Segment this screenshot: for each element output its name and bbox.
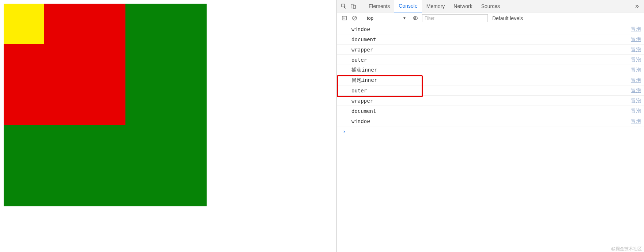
toggle-sidebar-icon[interactable] [340, 15, 348, 22]
log-source-link[interactable]: 冒泡 [631, 26, 641, 33]
page-content [0, 0, 336, 252]
log-text: outer [351, 57, 367, 63]
log-source-link[interactable]: 冒泡 [631, 36, 641, 43]
svg-point-7 [415, 18, 416, 19]
console-toolbar: top ▼ Default levels [337, 12, 644, 24]
watermark: @掘金技术社区 [611, 246, 642, 252]
console-messages[interactable]: window 冒泡 document 冒泡 wrapper 冒泡 outer 冒… [337, 24, 644, 252]
log-text: 冒泡inner [351, 77, 377, 84]
middle-box[interactable] [4, 4, 125, 125]
console-log-row[interactable]: 捕获inner 冒泡 [337, 65, 644, 75]
log-text: document [351, 37, 376, 42]
devtools-tabbar: Elements Console Memory Network Sources … [337, 0, 644, 12]
log-source-link[interactable]: 冒泡 [631, 46, 641, 53]
svg-rect-2 [353, 5, 355, 8]
log-text: wrapper [351, 98, 373, 104]
console-log-row[interactable]: document 冒泡 [337, 106, 644, 116]
context-selector[interactable]: top ▼ [364, 14, 409, 22]
log-source-link[interactable]: 冒泡 [631, 67, 641, 73]
separator [361, 3, 361, 9]
inspect-icon[interactable] [339, 0, 349, 12]
console-log-row[interactable]: window 冒泡 [337, 116, 644, 126]
console-prompt[interactable]: › [337, 126, 644, 137]
clear-console-icon[interactable] [351, 15, 358, 22]
console-log-row[interactable]: outer 冒泡 [337, 55, 644, 65]
outer-box[interactable] [4, 4, 207, 206]
log-text: wrapper [351, 47, 373, 53]
inner-box[interactable] [4, 4, 44, 44]
log-source-link[interactable]: 冒泡 [631, 118, 641, 125]
log-source-link[interactable]: 冒泡 [631, 108, 641, 114]
log-text: outer [351, 88, 367, 93]
log-source-link[interactable]: 冒泡 [631, 57, 641, 63]
tab-network[interactable]: Network [449, 0, 477, 12]
eye-icon[interactable] [412, 15, 419, 22]
more-tabs-icon[interactable]: » [632, 2, 642, 10]
chevron-down-icon: ▼ [403, 16, 406, 20]
log-levels-selector[interactable]: Default levels [492, 15, 523, 21]
device-toggle-icon[interactable] [349, 0, 358, 12]
console-log-row[interactable]: window 冒泡 [337, 24, 644, 34]
console-log-row[interactable]: 冒泡inner 冒泡 [337, 75, 644, 85]
log-text: window [351, 26, 370, 32]
devtools-panel: Elements Console Memory Network Sources … [336, 0, 644, 252]
log-text: 捕获inner [351, 67, 377, 73]
separator [361, 15, 361, 22]
console-log-row[interactable]: document 冒泡 [337, 34, 644, 45]
console-log-row[interactable]: wrapper 冒泡 [337, 45, 644, 55]
svg-line-6 [353, 17, 356, 20]
log-text: document [351, 108, 376, 114]
chevron-right-icon: › [343, 129, 346, 134]
tab-sources[interactable]: Sources [477, 0, 504, 12]
tab-memory[interactable]: Memory [422, 0, 449, 12]
log-text: window [351, 118, 370, 124]
context-value: top [367, 15, 373, 21]
filter-input[interactable] [422, 14, 488, 22]
tab-elements[interactable]: Elements [364, 0, 394, 12]
log-source-link[interactable]: 冒泡 [631, 98, 641, 104]
log-source-link[interactable]: 冒泡 [631, 77, 641, 84]
console-log-row[interactable]: outer 冒泡 [337, 85, 644, 96]
console-log-row[interactable]: wrapper 冒泡 [337, 96, 644, 106]
log-source-link[interactable]: 冒泡 [631, 87, 641, 94]
svg-marker-4 [343, 18, 345, 19]
tab-console[interactable]: Console [394, 0, 422, 12]
